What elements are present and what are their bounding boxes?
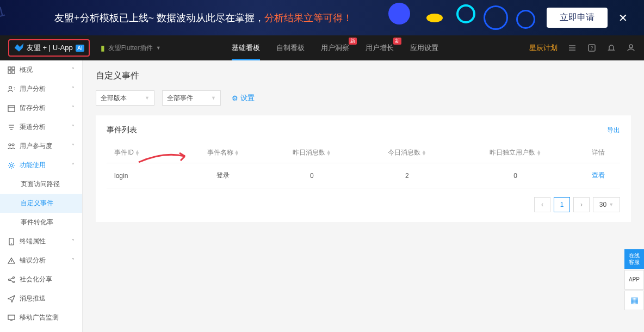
panel-title: 事件列表	[107, 125, 137, 135]
cell-id: login	[107, 163, 182, 188]
participation-icon	[8, 143, 15, 150]
top-navigation: 友盟 + | U-App AI ▮ 友盟Flutter插件 ▼ 基础看板自制看板…	[0, 35, 644, 60]
svg-point-5	[629, 45, 633, 48]
annotation-arrow	[136, 149, 190, 165]
svg-text:?: ?	[590, 45, 593, 51]
export-link[interactable]: 导出	[607, 126, 620, 135]
sidebar-item[interactable]: 用户参与度˅	[0, 137, 82, 156]
gear-icon: ⚙	[232, 94, 238, 102]
cell-today-msg: 2	[360, 163, 455, 188]
col-yesterday-users[interactable]: 昨日独立用户数▲▼	[455, 143, 576, 163]
svg-rect-7	[12, 67, 15, 70]
svg-point-18	[12, 144, 14, 146]
chevron-down-icon: ˅	[72, 67, 75, 73]
bell-icon[interactable]	[606, 43, 616, 53]
online-service-button[interactable]: 在线客服	[624, 249, 644, 269]
svg-rect-8	[8, 71, 11, 73]
cell-yesterday-msg: 0	[264, 163, 360, 188]
app-button[interactable]: APP	[624, 270, 644, 290]
event-list-panel: 事件列表 导出 事件ID▲▼ 事件名称▲▼ 昨日消息数▲▼ 今日消息数▲▼ 昨日…	[96, 115, 631, 222]
send-icon	[8, 295, 15, 303]
svg-point-17	[9, 144, 11, 146]
sort-icon: ▲▼	[536, 150, 541, 156]
sidebar-item[interactable]: 渠道分析˅	[0, 118, 82, 137]
next-page-button[interactable]: ›	[573, 197, 590, 212]
sidebar-item[interactable]: 消息推送	[0, 289, 82, 308]
sidebar-item[interactable]: 概况˅	[0, 60, 82, 79]
nav-tab[interactable]: 用户增长新	[366, 35, 394, 60]
main-content: 自定义事件 全部版本▼ 全部事件▼ ⚙设置 事件列表 导出 事件ID▲▼ 事件名…	[83, 60, 644, 332]
sidebar-item[interactable]: 错误分析˅	[0, 251, 82, 270]
qrcode-button[interactable]: ▦	[624, 291, 644, 310]
monitor-icon	[8, 314, 15, 322]
nav-tab[interactable]: 基础看板	[232, 35, 260, 60]
sidebar-item[interactable]: ?用户分析˅	[0, 79, 82, 99]
svg-point-23	[9, 279, 10, 280]
help-icon[interactable]: ?	[587, 43, 597, 53]
sort-icon: ▲▼	[234, 150, 239, 156]
sidebar-item[interactable]: 留存分析˅	[0, 99, 82, 118]
sidebar-sub-item[interactable]: 自定义事件	[0, 194, 82, 213]
settings-link[interactable]: ⚙设置	[232, 93, 255, 103]
user-icon[interactable]	[626, 43, 636, 53]
svg-rect-28	[8, 315, 15, 319]
share-icon	[8, 276, 15, 284]
promo-banner: 010010110101 友盟+分析模板已上线~ 数据波动从此尽在掌握，分析结果…	[0, 0, 644, 35]
calendar-icon	[8, 104, 15, 112]
app-selector[interactable]: ▮ 友盟Flutter插件 ▼	[101, 44, 161, 53]
close-icon[interactable]: ✕	[618, 11, 628, 24]
svg-point-10	[9, 86, 12, 89]
logo[interactable]: 友盟 + | U-App AI	[8, 39, 90, 57]
chevron-down-icon: ˅	[72, 143, 75, 149]
chevron-down-icon: ▼	[156, 45, 161, 51]
col-today-msg[interactable]: 今日消息数▲▼	[360, 143, 455, 163]
svg-line-27	[10, 280, 13, 281]
apply-now-button[interactable]: 立即申请	[547, 8, 608, 28]
svg-point-24	[13, 276, 15, 278]
pagination: ‹ 1 › 30▼	[107, 197, 620, 212]
svg-rect-12	[8, 106, 15, 112]
sort-icon: ▲▼	[422, 150, 426, 156]
svg-line-26	[10, 278, 13, 279]
sidebar-item[interactable]: 终端属性˅	[0, 232, 82, 251]
android-icon: ▮	[101, 44, 105, 52]
page-1-button[interactable]: 1	[554, 197, 570, 212]
chevron-down-icon: ˅	[72, 105, 75, 111]
cell-yesterday-users: 0	[455, 163, 576, 188]
col-yesterday-msg[interactable]: 昨日消息数▲▼	[264, 143, 360, 163]
banner-text: 友盟+分析模板已上线~ 数据波动从此尽在掌握，分析结果立等可得！	[54, 11, 352, 24]
chevron-down-icon: ˅	[72, 257, 75, 263]
nav-tab[interactable]: 应用设置	[410, 35, 438, 60]
svg-point-25	[13, 281, 15, 282]
star-plan-link[interactable]: 星辰计划	[529, 43, 558, 53]
sidebar-sub-item[interactable]: 页面访问路径	[0, 175, 82, 194]
nav-tab[interactable]: 自制看板	[276, 35, 305, 60]
col-detail: 详情	[576, 143, 620, 163]
svg-point-19	[10, 164, 13, 167]
float-buttons: 在线客服 APP ▦	[624, 249, 644, 310]
deco-code: 010010110101	[0, 0, 7, 30]
user-question-icon: ?	[8, 85, 15, 93]
chevron-up-icon: ˄	[72, 162, 75, 168]
chevron-down-icon: ˅	[72, 124, 75, 130]
sidebar-item[interactable]: 移动广告监测	[0, 308, 82, 327]
prev-page-button[interactable]: ‹	[534, 197, 550, 212]
sidebar-sub-item[interactable]: 事件转化率	[0, 213, 82, 232]
filter-icon	[8, 124, 15, 131]
col-event-name[interactable]: 事件名称▲▼	[182, 143, 264, 163]
view-detail-link[interactable]: 查看	[592, 171, 605, 179]
chevron-down-icon: ▼	[211, 95, 216, 101]
list-icon[interactable]	[567, 43, 577, 53]
sort-icon: ▲▼	[326, 150, 331, 156]
device-icon	[8, 238, 15, 245]
event-select[interactable]: 全部事件▼	[162, 90, 221, 106]
chevron-down-icon: ▼	[145, 95, 150, 101]
page-size-select[interactable]: 30▼	[593, 197, 620, 212]
chevron-down-icon: ˅	[72, 238, 75, 244]
sidebar-item[interactable]: 功能使用˄	[0, 156, 82, 175]
nav-tab[interactable]: 用户洞察新	[321, 35, 349, 60]
dashboard-icon	[8, 66, 15, 74]
sidebar-item[interactable]: 社会化分享	[0, 270, 82, 289]
svg-rect-9	[12, 71, 15, 73]
version-select[interactable]: 全部版本▼	[96, 90, 154, 106]
